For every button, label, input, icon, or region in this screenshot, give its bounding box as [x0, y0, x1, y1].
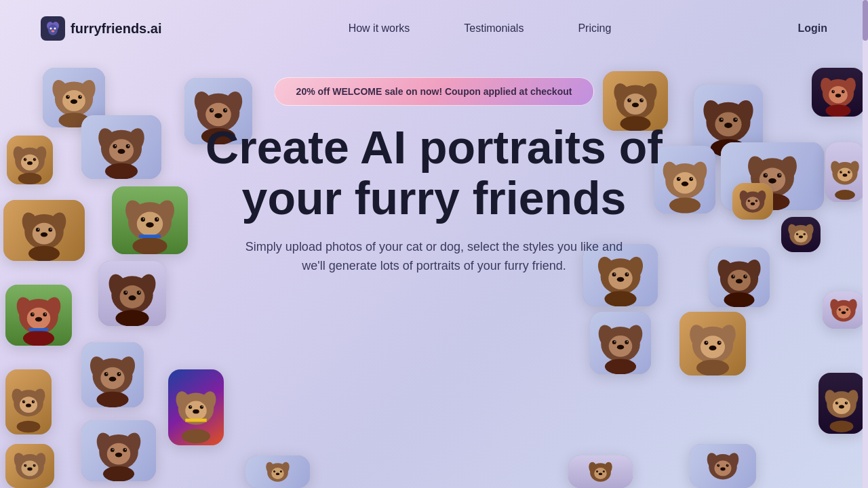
pet-image: [5, 369, 52, 434]
pricing-link[interactable]: Pricing: [578, 22, 611, 34]
pet-canvas: [5, 285, 72, 346]
pet-canvas: [245, 455, 310, 488]
nav-item-testimonials[interactable]: Testimonials: [464, 22, 524, 35]
pet-image: [590, 312, 651, 374]
svg-point-6: [52, 30, 55, 33]
pet-image: [245, 455, 310, 488]
logo[interactable]: furryfriends.ai: [41, 16, 161, 41]
scrollbar-thumb[interactable]: [863, 0, 868, 41]
pet-image: [568, 455, 633, 488]
navigation: furryfriends.ai How it works Testimonial…: [0, 0, 868, 57]
nav-item-pricing[interactable]: Pricing: [578, 22, 611, 35]
pet-image: [5, 444, 54, 488]
hero-section: 20% off WELCOME sale on now! Coupon appl…: [0, 57, 868, 276]
nav-item-how-it-works[interactable]: How it works: [349, 22, 410, 35]
svg-point-3: [48, 24, 58, 35]
logo-icon: [41, 16, 65, 41]
testimonials-link[interactable]: Testimonials: [464, 22, 524, 34]
login-button[interactable]: Login: [797, 22, 827, 35]
pet-canvas: [590, 312, 651, 374]
pet-image: [81, 342, 144, 407]
svg-point-4: [50, 28, 52, 30]
nav-links: How it works Testimonials Pricing: [349, 22, 612, 35]
logo-text: furryfriends.ai: [71, 21, 161, 37]
pet-image: [690, 444, 756, 488]
pet-canvas: [81, 342, 144, 407]
pet-canvas: [690, 444, 756, 488]
hero-title: Create AI portraits of your furry friend…: [197, 122, 671, 224]
pet-canvas: [81, 420, 156, 481]
pet-image: [818, 373, 865, 434]
pet-canvas: [168, 369, 224, 445]
pet-image: [679, 312, 746, 375]
pet-canvas: [823, 291, 865, 329]
pet-image: [823, 291, 865, 329]
pet-canvas: [5, 369, 52, 434]
svg-point-5: [54, 28, 56, 30]
scrollbar[interactable]: [863, 0, 868, 488]
pet-image: [81, 420, 156, 481]
pet-canvas: [568, 455, 633, 488]
sale-badge: 20% off WELCOME sale on now! Coupon appl…: [274, 77, 595, 106]
pet-canvas: [818, 373, 865, 434]
pet-image: [168, 369, 224, 445]
pet-image: [5, 285, 72, 346]
how-it-works-link[interactable]: How it works: [349, 22, 410, 34]
pet-canvas: [679, 312, 746, 375]
hero-subtitle: Simply upload photos of your cat or dog,…: [237, 237, 631, 277]
pet-canvas: [5, 444, 54, 488]
